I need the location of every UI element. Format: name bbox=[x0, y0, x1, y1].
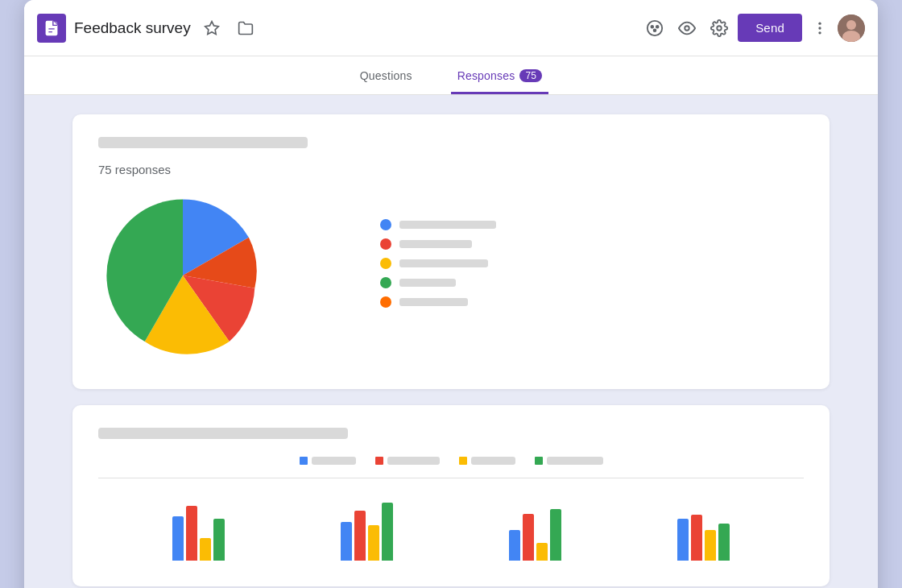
bar-1-yellow bbox=[200, 538, 211, 561]
bar-4-blue bbox=[677, 519, 689, 561]
svg-point-6 bbox=[685, 26, 689, 31]
pie-chart bbox=[98, 191, 267, 363]
legend-bar-green bbox=[399, 279, 456, 287]
star-button[interactable] bbox=[199, 15, 225, 41]
bar-group-2 bbox=[341, 503, 393, 561]
bar-legend-yellow bbox=[459, 457, 515, 465]
bar-legend-dot-blue bbox=[300, 457, 308, 465]
card-title-skeleton bbox=[98, 137, 308, 148]
legend-bar-red bbox=[399, 240, 472, 248]
svg-point-9 bbox=[818, 27, 821, 29]
legend-bar-blue bbox=[399, 221, 496, 229]
tab-questions[interactable]: Questions bbox=[354, 56, 419, 94]
legend-item-red bbox=[380, 238, 804, 250]
bar-card-title-skeleton bbox=[98, 428, 348, 439]
bar-legend-dot-green bbox=[535, 457, 543, 465]
bar-legend bbox=[98, 457, 804, 465]
settings-button[interactable] bbox=[705, 14, 733, 42]
header-left: Feedback survey bbox=[37, 14, 641, 43]
header-right: Send bbox=[641, 14, 865, 42]
bar-legend-green bbox=[535, 457, 603, 465]
bar-3-green bbox=[550, 509, 561, 561]
bar-1-blue bbox=[172, 516, 184, 561]
svg-marker-1 bbox=[205, 21, 218, 34]
send-button[interactable]: Send bbox=[738, 14, 802, 42]
bar-chart-card bbox=[72, 405, 830, 586]
bar-4-red bbox=[691, 515, 702, 561]
bar-group-3 bbox=[509, 509, 561, 561]
avatar[interactable] bbox=[838, 14, 865, 42]
bar-2-blue bbox=[341, 522, 352, 561]
bar-legend-text-yellow bbox=[471, 457, 515, 465]
legend-item-orange bbox=[380, 296, 804, 308]
page-title: Feedback survey bbox=[74, 19, 191, 37]
bar-3-red bbox=[523, 514, 534, 561]
header: Feedback survey Send bbox=[24, 0, 878, 56]
svg-point-2 bbox=[648, 20, 662, 35]
svg-point-7 bbox=[717, 26, 722, 31]
bar-2-red bbox=[354, 511, 366, 561]
svg-point-3 bbox=[652, 25, 654, 27]
pie-card-body: 75 responses bbox=[98, 163, 804, 363]
legend-dot-red bbox=[380, 238, 391, 250]
legend-dot-blue bbox=[380, 219, 391, 230]
bar-legend-text-red bbox=[387, 457, 440, 465]
legend-item-yellow bbox=[380, 258, 804, 269]
svg-point-4 bbox=[656, 25, 659, 27]
palette-button[interactable] bbox=[641, 14, 668, 42]
folder-button[interactable] bbox=[233, 15, 259, 41]
preview-button[interactable] bbox=[673, 14, 701, 42]
bar-4-green bbox=[718, 524, 730, 561]
legend-bar-yellow bbox=[399, 259, 488, 267]
bar-2-green bbox=[382, 503, 393, 561]
responses-badge: 75 bbox=[519, 69, 542, 82]
bar-1-green bbox=[213, 519, 225, 561]
bar-legend-dot-red bbox=[375, 457, 383, 465]
tab-responses[interactable]: Responses 75 bbox=[451, 56, 549, 94]
bar-2-yellow bbox=[368, 525, 379, 561]
svg-point-12 bbox=[846, 20, 856, 30]
bar-legend-text-blue bbox=[312, 457, 356, 465]
chart-divider bbox=[98, 478, 804, 478]
legend-bar-orange bbox=[399, 298, 468, 306]
legend-item-blue bbox=[380, 219, 804, 230]
svg-point-10 bbox=[818, 31, 821, 34]
bar-3-yellow bbox=[536, 543, 548, 561]
app-window: Feedback survey Send bbox=[24, 0, 878, 588]
tabs-bar: Questions Responses 75 bbox=[24, 56, 878, 95]
bar-legend-text-green bbox=[547, 457, 603, 465]
legend-dot-green bbox=[380, 277, 391, 288]
svg-point-5 bbox=[654, 29, 656, 31]
bar-legend-dot-yellow bbox=[459, 457, 467, 465]
content-area: 75 responses bbox=[24, 95, 878, 588]
bar-legend-blue bbox=[300, 457, 356, 465]
legend-dot-yellow bbox=[380, 258, 391, 269]
legend-dot-orange bbox=[380, 296, 391, 308]
bar-3-blue bbox=[509, 530, 520, 561]
bar-legend-red bbox=[375, 457, 440, 465]
chart-legend bbox=[380, 219, 804, 308]
response-count: 75 responses bbox=[98, 163, 332, 176]
more-button[interactable] bbox=[807, 15, 833, 41]
bar-chart-area bbox=[98, 488, 804, 561]
svg-point-8 bbox=[818, 22, 821, 24]
pie-chart-card: 75 responses bbox=[72, 114, 830, 389]
forms-icon bbox=[37, 14, 66, 43]
bar-group-4 bbox=[677, 515, 730, 561]
bar-group-1 bbox=[172, 506, 225, 561]
bar-1-red bbox=[186, 506, 197, 561]
bar-4-yellow bbox=[705, 530, 716, 561]
legend-item-green bbox=[380, 277, 804, 288]
